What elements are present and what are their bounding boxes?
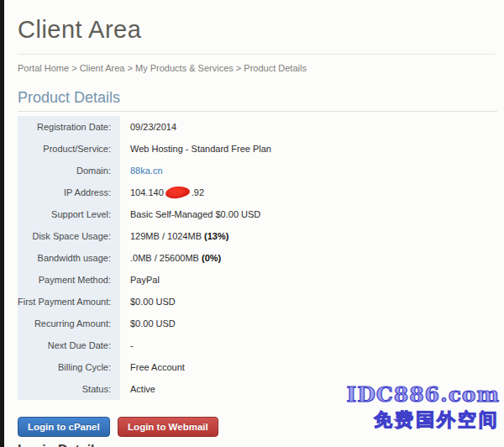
table-row: Next Due Date:- [18, 334, 488, 356]
row-label: Registration Date: [18, 116, 120, 138]
table-row: IP Address:104.140.92 [18, 181, 488, 203]
row-value: .0MB / 25600MB (0%) [120, 247, 221, 269]
table-row: Billing Cycle:Free Account [18, 356, 488, 378]
row-label: Recurring Amount: [18, 313, 120, 334]
row-value: 88ka.cn [120, 160, 163, 181]
row-value: 09/23/2014 [120, 116, 176, 138]
row-value: - [120, 334, 134, 356]
row-value: $0.00 USD [120, 291, 176, 313]
row-value: Active [120, 378, 155, 400]
row-value: Free Account [120, 356, 185, 378]
row-label: Domain: [18, 160, 120, 181]
login-to-webmail-button[interactable]: Login to Webmail [118, 417, 218, 437]
section-title-product-details: Product Details [18, 90, 497, 112]
cell-value-text: $0.00 USD [130, 318, 176, 329]
login-to-cpanel-button[interactable]: Login to cPanel [18, 417, 110, 437]
table-row: Payment Method:PayPal [18, 269, 488, 291]
section-title-login-details: Login Details [18, 443, 497, 447]
table-row: Status:Active [18, 378, 488, 400]
row-label: First Payment Amount: [18, 291, 120, 313]
cell-value-text: Basic Self-Managed $0.00 USD [130, 209, 260, 219]
row-label: Payment Method: [18, 269, 120, 291]
cell-value-bold-text: (0%) [202, 253, 221, 263]
row-label: Disk Space Usage: [18, 225, 120, 247]
cell-value-text: PayPal [130, 275, 160, 285]
breadcrumb[interactable]: Portal Home > Client Area > My Products … [18, 63, 497, 74]
cell-value-text: 09/23/2014 [130, 122, 176, 132]
row-value: 104.140.92 [120, 181, 204, 203]
table-row: Domain:88ka.cn [18, 160, 488, 181]
cell-value-text: - [130, 340, 134, 350]
row-value: Basic Self-Managed $0.00 USD [120, 203, 260, 225]
left-edge-bar [0, 0, 4, 447]
row-label: Billing Cycle: [18, 356, 120, 378]
domain-link[interactable]: 88ka.cn [130, 166, 163, 176]
cell-value-text: $0.00 USD [130, 297, 176, 307]
page-content: Client Area Portal Home > Client Area > … [0, 0, 504, 447]
table-row: Product/Service:Web Hosting - Standard F… [18, 138, 488, 160]
table-row: Recurring Amount:$0.00 USD [18, 313, 488, 334]
row-label: Support Level: [18, 203, 120, 225]
cell-value-text: Web Hosting - Standard Free Plan [130, 144, 271, 154]
cell-value-text: .0MB / 25600MB [130, 253, 202, 263]
row-label: Bandwidth usage: [18, 247, 120, 269]
table-row: First Payment Amount:$0.00 USD [18, 291, 488, 313]
row-label: Status: [18, 378, 120, 400]
row-value: 129MB / 1024MB (13%) [120, 225, 228, 247]
ip-prefix-text: 104.140 [130, 187, 164, 197]
row-value: $0.00 USD [120, 313, 176, 334]
row-value: Web Hosting - Standard Free Plan [120, 138, 271, 160]
cell-value-text: Active [130, 384, 155, 394]
header-divider [18, 54, 496, 55]
table-row: Bandwidth usage:.0MB / 25600MB (0%) [18, 247, 488, 269]
row-label: IP Address: [18, 181, 120, 203]
table-row: Disk Space Usage:129MB / 1024MB (13%) [18, 225, 488, 247]
cell-value-text: 129MB / 1024MB [130, 231, 204, 241]
cell-value-text: Free Account [130, 362, 185, 372]
row-label: Next Due Date: [18, 334, 120, 356]
ip-suffix-text: .92 [192, 187, 204, 197]
cell-value-bold-text: (13%) [204, 231, 228, 241]
row-label: Product/Service: [18, 138, 120, 160]
row-value: PayPal [120, 269, 160, 291]
table-row: Registration Date:09/23/2014 [18, 116, 488, 138]
ip-redaction-blob [165, 186, 190, 199]
action-buttons: Login to cPanel Login to Webmail [18, 417, 497, 437]
page-title: Client Area [18, 0, 497, 44]
table-row: Support Level:Basic Self-Managed $0.00 U… [18, 203, 488, 225]
product-details-table: Registration Date:09/23/2014Product/Serv… [18, 116, 488, 400]
